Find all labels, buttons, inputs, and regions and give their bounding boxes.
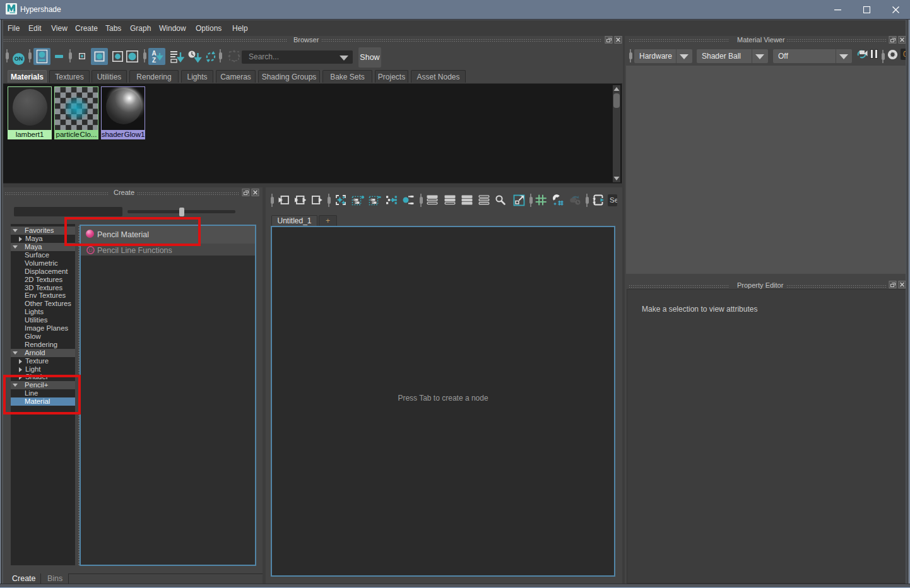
svg-text:Li: Li [89,248,93,252]
svg-text:A: A [151,50,156,57]
svg-text:Z: Z [152,57,156,64]
